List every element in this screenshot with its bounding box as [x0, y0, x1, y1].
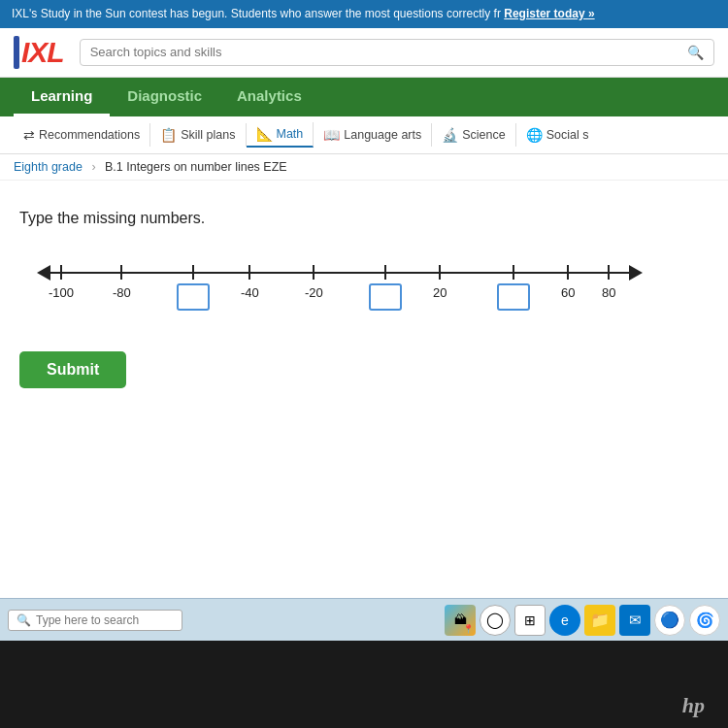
taskbar-search-button[interactable]: ◯ [480, 605, 511, 636]
question-prompt: Type the missing numbers. [19, 210, 709, 227]
taskbar-search-input[interactable] [36, 613, 152, 627]
tick-pos20: 20 [433, 265, 447, 300]
science-icon: 🔬 [442, 127, 458, 143]
laptop-frame: hp [0, 641, 728, 728]
logo-bar [14, 36, 19, 69]
logo-text: IXL [21, 36, 64, 69]
taskbar-chromebook-icon[interactable]: 🌀 [689, 605, 720, 636]
tick-label-pos80: 80 [602, 285, 615, 300]
subnav-language-arts-label: Language arts [344, 128, 421, 142]
subnav-language-arts[interactable]: 📖 Language arts [314, 123, 432, 147]
site-header: IXL 🔍 [0, 28, 728, 78]
taskbar-weather-icon[interactable]: 🏔 📍 [445, 605, 476, 636]
tick-mark [567, 265, 569, 280]
subnav-social-studies-label: Social s [546, 128, 589, 142]
tab-analytics[interactable]: Analytics [219, 78, 319, 116]
tick-mark [513, 265, 514, 280]
taskbar-search-area[interactable]: 🔍 [8, 610, 182, 631]
main-content: Type the missing numbers. -100 -80 [0, 181, 728, 433]
input-pos40[interactable] [497, 283, 530, 311]
language-arts-icon: 📖 [323, 127, 340, 143]
submit-button[interactable]: Submit [19, 351, 126, 388]
subnav-math[interactable]: 📐 Math [247, 122, 314, 148]
register-link[interactable]: Register today » [504, 7, 594, 20]
math-icon: 📐 [256, 126, 273, 142]
number-line-right-arrow [629, 265, 643, 281]
tick-neg40: -40 [241, 265, 259, 300]
tick-pos40[interactable] [497, 265, 530, 311]
tick-pos80: 80 [602, 265, 615, 300]
tick-mark [439, 265, 441, 280]
taskbar-files-icon[interactable]: 📁 [584, 605, 615, 636]
input-neg60[interactable] [177, 283, 210, 311]
subnav-social-studies[interactable]: 🌐 Social s [516, 123, 599, 147]
taskbar-icons: 🏔 📍 ◯ ⊞ e 📁 ✉ 🔵 🌀 [445, 605, 720, 636]
number-line-wrapper: -100 -80 -40 -20 [19, 254, 660, 322]
social-studies-icon: 🌐 [526, 127, 543, 143]
taskbar-task-view-icon[interactable]: ⊞ [514, 605, 546, 636]
recommendations-icon: ⇄ [23, 127, 35, 143]
tick-mark [608, 265, 610, 280]
tab-learning[interactable]: Learning [14, 78, 110, 116]
breadcrumb-sep: › [91, 160, 95, 174]
breadcrumb-skill: B.1 Integers on number lines EZE [105, 160, 287, 174]
tick-label-neg100: -100 [49, 285, 74, 300]
tab-diagnostic[interactable]: Diagnostic [110, 78, 219, 116]
tick-zero[interactable] [369, 265, 402, 311]
tick-label-neg40: -40 [241, 285, 259, 300]
taskbar-search-icon: 🔍 [17, 613, 31, 627]
subnav-skill-plans-label: Skill plans [181, 128, 235, 142]
search-bar[interactable]: 🔍 [80, 39, 714, 66]
tick-neg80: -80 [113, 265, 131, 300]
subnav-science-label: Science [462, 128, 505, 142]
tick-neg60[interactable] [177, 265, 210, 311]
number-line-axis [49, 272, 631, 274]
subnav-math-label: Math [277, 127, 304, 141]
taskbar: 🔍 🏔 📍 ◯ ⊞ e 📁 ✉ 🔵 🌀 [0, 598, 728, 641]
tick-mark [60, 265, 62, 280]
breadcrumb-grade[interactable]: Eighth grade [14, 160, 83, 174]
skill-plans-icon: 📋 [160, 127, 177, 143]
tick-mark [313, 265, 314, 280]
tick-mark [384, 265, 386, 280]
tick-mark [248, 265, 250, 280]
breadcrumb: Eighth grade › B.1 Integers on number li… [0, 154, 728, 181]
tick-label-neg80: -80 [113, 285, 131, 300]
announcement-banner: IXL's Study in the Sun contest has begun… [0, 0, 728, 28]
subnav-recommendations[interactable]: ⇄ Recommendations [14, 123, 150, 147]
ixl-logo: IXL [14, 36, 64, 69]
tick-neg100: -100 [49, 265, 74, 300]
tick-label-neg20: -20 [305, 285, 323, 300]
subnav-science[interactable]: 🔬 Science [432, 123, 515, 147]
tick-neg20: -20 [305, 265, 323, 300]
taskbar-edge-icon[interactable]: e [549, 605, 580, 636]
search-icon: 🔍 [687, 45, 704, 60]
subnav-skill-plans[interactable]: 📋 Skill plans [150, 123, 246, 147]
tick-pos60: 60 [561, 265, 575, 300]
main-nav: Learning Diagnostic Analytics [0, 78, 728, 116]
sub-nav: ⇄ Recommendations 📋 Skill plans 📐 Math 📖… [0, 116, 728, 154]
hp-logo: hp [682, 693, 705, 718]
taskbar-mail-icon[interactable]: ✉ [619, 605, 650, 636]
tick-label-pos20: 20 [433, 285, 447, 300]
input-zero[interactable] [369, 283, 402, 311]
tick-mark [120, 265, 122, 280]
banner-text: IXL's Study in the Sun contest has begun… [12, 7, 501, 20]
tick-label-pos60: 60 [561, 285, 575, 300]
tick-mark [192, 265, 194, 280]
search-input[interactable] [90, 45, 679, 59]
subnav-recommendations-label: Recommendations [39, 128, 140, 142]
taskbar-chrome-icon[interactable]: 🔵 [654, 605, 685, 636]
